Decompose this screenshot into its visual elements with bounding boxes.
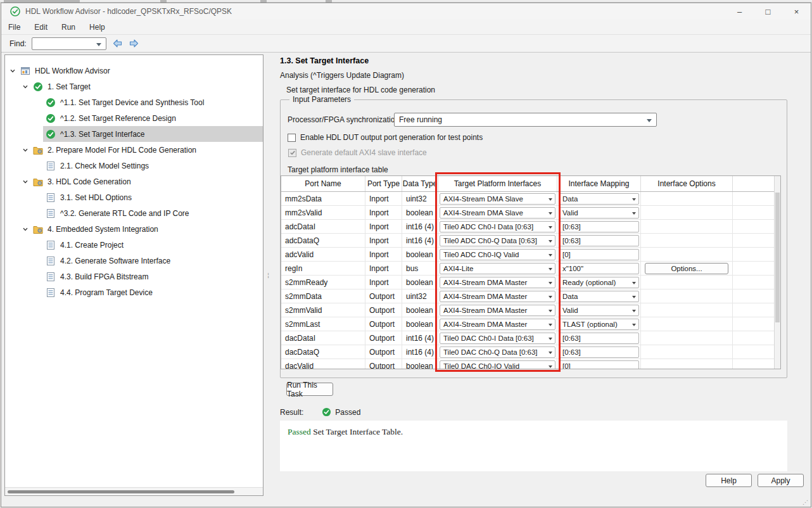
tree-item-1[interactable]: 1. Set Target <box>5 79 263 94</box>
cell-port-type: Inport <box>365 276 402 289</box>
test-points-checkbox[interactable] <box>288 134 296 142</box>
cell-data-type: int16 (4) <box>402 331 438 345</box>
tree-item-body[interactable]: 4.2. Generate Software Interface <box>43 253 263 269</box>
tree-item-body[interactable]: 4.3. Build FPGA Bitstream <box>43 269 263 284</box>
panel-splitter[interactable]: ⁞ <box>263 54 272 496</box>
tree-horizontal-scrollbar[interactable] <box>5 487 263 495</box>
find-previous-button[interactable] <box>112 39 123 48</box>
cell-target-platform-interface: AXI4-Stream DMA Master <box>438 276 557 289</box>
interface-mapping-field[interactable]: x"100" <box>559 263 639 274</box>
menu-run[interactable]: Run <box>54 21 82 34</box>
target-platform-interface-dropdown[interactable]: AXI4-Stream DMA Slave <box>440 207 555 219</box>
interface-mapping-field[interactable]: Data <box>559 193 639 205</box>
interface-mapping-field[interactable]: TLAST (optional) <box>559 319 639 330</box>
tree-item-0[interactable]: HDL Workflow Advisor <box>5 63 263 79</box>
tree-item-8[interactable]: 3.1. Set HDL Options <box>5 189 263 205</box>
scrollbar-thumb[interactable] <box>8 490 234 493</box>
tree-item-label: 3.1. Set HDL Options <box>60 193 132 202</box>
interface-mapping-field[interactable]: [0] <box>559 249 639 260</box>
target-platform-interface-dropdown[interactable]: AXI4-Stream DMA Master <box>440 305 555 316</box>
menu-edit[interactable]: Edit <box>27 21 54 34</box>
cell-port-name: s2mmValid <box>281 303 365 317</box>
interface-mapping-field[interactable]: Data <box>559 291 639 302</box>
tree-item-14[interactable]: 4.4. Program Target Device <box>5 284 263 300</box>
tree-item-body[interactable]: 3. HDL Code Generation <box>30 174 263 189</box>
processor-fpga-sync-dropdown[interactable]: Free running <box>394 113 657 127</box>
tree-item-7[interactable]: 3. HDL Code Generation <box>5 174 263 189</box>
tree-item-body[interactable]: 2.1. Check Model Settings <box>43 158 263 174</box>
table-vertical-scrollbar[interactable] <box>774 176 780 369</box>
interface-mapping-field[interactable]: [0] <box>559 360 639 369</box>
interface-mapping-field[interactable]: [0:63] <box>559 221 639 232</box>
expander-chevron-icon[interactable] <box>20 84 30 90</box>
tree-item-body[interactable]: 1. Set Target <box>30 79 263 94</box>
chevron-down-icon <box>632 198 636 201</box>
tree-item-body[interactable]: 3.1. Set HDL Options <box>43 189 263 205</box>
resize-grip[interactable]: ⋰ <box>802 499 809 505</box>
tree-item-body[interactable]: ^1.1. Set Target Device and Synthesis To… <box>43 94 263 110</box>
interface-options-button[interactable]: Options... <box>645 263 728 274</box>
tree-item-13[interactable]: 4.3. Build FPGA Bitstream <box>5 269 263 284</box>
run-this-task-button[interactable]: Run This Task <box>286 383 333 396</box>
table-row: s2mmValid Outport boolean AXI4-Stream DM… <box>281 303 774 317</box>
cell-filler <box>733 192 774 205</box>
tree-item-body[interactable]: 4.1. Create Project <box>43 237 263 253</box>
tree-item-10[interactable]: 4. Embedded System Integration <box>5 221 263 237</box>
tree-item-4[interactable]: ^1.3. Set Target Interface <box>5 126 263 142</box>
cell-interface-options <box>641 317 733 331</box>
interface-mapping-field[interactable]: [0:63] <box>559 346 639 358</box>
target-platform-interface-dropdown[interactable]: Tile0 DAC Ch0-Q Data [0:63] <box>440 346 555 358</box>
close-icon[interactable]: × <box>782 3 811 20</box>
tree-item-body[interactable]: HDL Workflow Advisor <box>18 63 263 79</box>
target-platform-interface-dropdown[interactable]: Tile0 ADC Ch0-IQ Valid <box>440 249 555 260</box>
interface-mapping-field[interactable]: Valid <box>559 305 639 316</box>
target-platform-interface-dropdown[interactable]: AXI4-Lite <box>440 263 555 274</box>
tree-item-12[interactable]: 4.2. Generate Software Interface <box>5 253 263 269</box>
tree-item-body[interactable]: ^1.3. Set Target Interface <box>43 126 263 142</box>
interface-mapping-field[interactable]: Valid <box>559 207 639 219</box>
tree-item-6[interactable]: 2.1. Check Model Settings <box>5 158 263 174</box>
table-row: dacDataI Outport int16 (4) Tile0 DAC Ch0… <box>281 331 774 345</box>
target-platform-interface-dropdown[interactable]: Tile0 ADC Ch0-Q Data [0:63] <box>440 235 555 246</box>
tree-item-11[interactable]: 4.1. Create Project <box>5 237 263 253</box>
expander-chevron-icon[interactable] <box>20 226 30 232</box>
find-next-button[interactable] <box>129 39 139 48</box>
help-button[interactable]: Help <box>706 474 752 487</box>
interface-mapping-field[interactable]: Ready (optional) <box>559 277 639 288</box>
cell-data-type: uint32 <box>402 192 438 205</box>
chevron-down-icon <box>549 365 552 368</box>
target-platform-interface-dropdown[interactable]: AXI4-Stream DMA Master <box>440 291 555 302</box>
tree-item-5[interactable]: 2. Prepare Model For HDL Code Generation <box>5 142 263 158</box>
interface-mapping-field[interactable]: [0:63] <box>559 333 639 344</box>
find-input[interactable] <box>32 37 106 50</box>
sync-value: Free running <box>399 115 442 124</box>
target-platform-interface-dropdown[interactable]: AXI4-Stream DMA Master <box>440 277 555 288</box>
expander-chevron-icon[interactable] <box>20 147 30 153</box>
minimize-icon[interactable]: – <box>725 3 754 20</box>
interface-mapping-field[interactable]: [0:63] <box>559 235 639 246</box>
target-platform-interface-dropdown[interactable]: AXI4-Stream DMA Slave <box>440 193 555 205</box>
target-platform-interface-dropdown[interactable]: Tile0 DAC Ch0-IQ Valid <box>440 360 555 369</box>
maximize-icon[interactable]: □ <box>754 3 782 20</box>
tree-item-label: 4.1. Create Project <box>60 241 124 250</box>
chevron-down-icon <box>632 212 636 215</box>
tree-item-body[interactable]: ^3.2. Generate RTL Code and IP Core <box>43 205 263 221</box>
scrollbar-thumb[interactable] <box>775 193 780 322</box>
menu-file[interactable]: File <box>1 21 27 34</box>
tree-item-2[interactable]: ^1.1. Set Target Device and Synthesis To… <box>5 94 263 110</box>
tree-item-9[interactable]: ^3.2. Generate RTL Code and IP Core <box>5 205 263 221</box>
tree-item-body[interactable]: 2. Prepare Model For HDL Code Generation <box>30 142 263 158</box>
target-platform-interface-dropdown[interactable]: Tile0 DAC Ch0-I Data [0:63] <box>440 333 555 344</box>
cell-data-type: int16 (4) <box>402 345 438 359</box>
expander-chevron-icon[interactable] <box>8 68 18 74</box>
expander-chevron-icon[interactable] <box>20 179 30 185</box>
tree-item-body[interactable]: ^1.2. Set Target Reference Design <box>43 110 263 126</box>
apply-button[interactable]: Apply <box>758 474 804 487</box>
cell-target-platform-interface: AXI4-Stream DMA Master <box>438 303 557 317</box>
target-platform-interface-dropdown[interactable]: AXI4-Stream DMA Master <box>440 319 555 330</box>
tree-item-body[interactable]: 4. Embedded System Integration <box>30 221 263 237</box>
menu-help[interactable]: Help <box>82 21 112 34</box>
tree-item-body[interactable]: 4.4. Program Target Device <box>43 284 263 300</box>
target-platform-interface-dropdown[interactable]: Tile0 ADC Ch0-I Data [0:63] <box>440 221 555 232</box>
tree-item-3[interactable]: ^1.2. Set Target Reference Design <box>5 110 263 126</box>
